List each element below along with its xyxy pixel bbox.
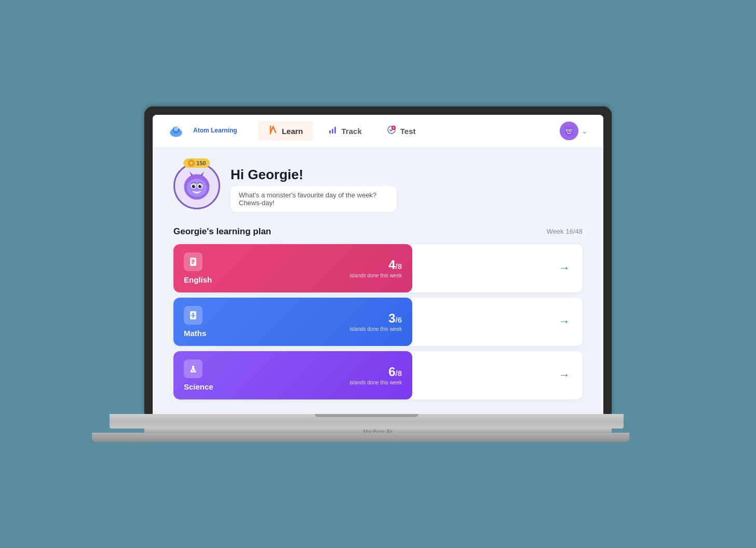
svg-rect-6 bbox=[334, 127, 336, 133]
plan-week: Week 16/48 bbox=[547, 228, 583, 235]
subject-card-science[interactable]: Science 6/8 islands done this week bbox=[173, 351, 583, 399]
subject-card-maths[interactable]: Maths 3/6 islands done this week bbox=[173, 298, 583, 346]
laptop-screen-outer: Atom Learning Learn bbox=[144, 106, 612, 414]
laptop-frame: Atom Learning Learn bbox=[144, 106, 612, 442]
science-arrow-icon[interactable]: → bbox=[559, 368, 570, 382]
laptop-screen-inner: Atom Learning Learn bbox=[153, 115, 603, 414]
svg-point-29 bbox=[193, 313, 194, 314]
chevron-down-icon: ⌄ bbox=[582, 127, 588, 135]
svg-point-16 bbox=[187, 179, 207, 197]
english-total: /8 bbox=[395, 262, 402, 271]
svg-rect-32 bbox=[192, 365, 194, 366]
english-progress: 4/8 islands done this week bbox=[349, 258, 402, 278]
english-name: English bbox=[184, 275, 212, 284]
svg-point-21 bbox=[194, 185, 195, 186]
user-avatar bbox=[173, 163, 220, 209]
tab-learn[interactable]: Learn bbox=[258, 121, 314, 141]
science-progress: 6/8 islands done this week bbox=[349, 365, 402, 385]
coin-icon: ● bbox=[187, 159, 195, 167]
svg-point-3 bbox=[177, 127, 179, 129]
english-icon bbox=[184, 252, 203, 271]
maths-name: Maths bbox=[184, 329, 206, 338]
svg-rect-5 bbox=[332, 129, 333, 133]
science-done: 6 bbox=[388, 365, 395, 379]
maths-arrow-icon[interactable]: → bbox=[559, 315, 570, 328]
svg-rect-25 bbox=[192, 260, 195, 261]
maths-done: 3 bbox=[388, 311, 395, 325]
welcome-title: Hi Georgie! bbox=[231, 167, 397, 183]
logo-text: Atom Learning bbox=[193, 127, 237, 134]
laptop-bottom bbox=[92, 433, 629, 442]
svg-point-19 bbox=[192, 184, 195, 188]
points-value: 150 bbox=[196, 160, 206, 166]
science-icon bbox=[184, 359, 203, 378]
english-colored: English 4/8 islands done this week bbox=[173, 244, 412, 292]
svg-point-33 bbox=[192, 370, 193, 371]
tab-learn-label: Learn bbox=[282, 127, 303, 136]
main-content: ● 150 bbox=[153, 148, 603, 414]
svg-point-20 bbox=[198, 184, 201, 188]
learning-plan-section: Georgie's learning plan Week 16/48 bbox=[173, 226, 583, 399]
maths-icon bbox=[184, 306, 203, 325]
science-arrow-area: → bbox=[412, 351, 583, 399]
laptop-chin: MacBook Air bbox=[144, 429, 612, 433]
plan-header: Georgie's learning plan Week 16/48 bbox=[173, 226, 583, 237]
english-label: islands done this week bbox=[349, 273, 402, 278]
maths-arrow-area: → bbox=[412, 298, 583, 346]
tab-track[interactable]: Track bbox=[318, 121, 372, 141]
svg-point-14 bbox=[570, 130, 571, 131]
svg-point-23 bbox=[194, 191, 200, 193]
science-total: /8 bbox=[395, 369, 402, 378]
nav-avatar bbox=[560, 122, 578, 140]
nav-avatar-area[interactable]: ⌄ bbox=[560, 122, 588, 140]
science-label: islands done this week bbox=[349, 380, 402, 385]
maths-left: Maths bbox=[184, 306, 206, 338]
plan-title: Georgie's learning plan bbox=[173, 226, 271, 237]
svg-rect-26 bbox=[192, 261, 195, 262]
subject-card-english[interactable]: English 4/8 islands done this week bbox=[173, 244, 583, 292]
maths-colored: Maths 3/6 islands done this week bbox=[173, 298, 412, 346]
svg-rect-27 bbox=[192, 263, 194, 264]
track-icon bbox=[328, 125, 338, 137]
avatar-container: ● 150 bbox=[173, 163, 220, 209]
tab-track-label: Track bbox=[342, 127, 362, 136]
logo-area: Atom Learning bbox=[168, 124, 237, 138]
welcome-speech: What's a monster's favourite day of the … bbox=[231, 186, 397, 212]
nav-tabs: Learn Track bbox=[258, 121, 551, 141]
english-left: English bbox=[184, 252, 212, 284]
svg-point-10 bbox=[565, 127, 573, 136]
subject-cards: English 4/8 islands done this week bbox=[173, 244, 583, 399]
science-colored: Science 6/8 islands done this week bbox=[173, 351, 412, 399]
app-container: Atom Learning Learn bbox=[153, 115, 603, 414]
english-arrow-icon[interactable]: → bbox=[559, 261, 570, 275]
svg-point-22 bbox=[200, 185, 201, 186]
laptop-base bbox=[110, 414, 624, 429]
logo-icon bbox=[168, 124, 189, 138]
svg-point-13 bbox=[567, 130, 568, 131]
english-arrow-area: → bbox=[412, 244, 583, 292]
svg-rect-4 bbox=[329, 130, 331, 133]
maths-total: /6 bbox=[395, 315, 402, 324]
maths-progress: 3/6 islands done this week bbox=[349, 311, 402, 332]
learn-icon bbox=[268, 125, 278, 137]
welcome-text: Hi Georgie! What's a monster's favourite… bbox=[231, 163, 397, 212]
points-badge: ● 150 bbox=[183, 158, 210, 168]
navbar: Atom Learning Learn bbox=[153, 115, 603, 148]
maths-label: islands done this week bbox=[349, 326, 402, 332]
tab-test[interactable]: Test bbox=[376, 121, 426, 141]
science-name: Science bbox=[184, 382, 213, 391]
test-icon bbox=[387, 125, 396, 137]
svg-point-31 bbox=[193, 316, 194, 317]
svg-point-34 bbox=[194, 370, 195, 371]
english-done: 4 bbox=[388, 258, 395, 272]
science-left: Science bbox=[184, 359, 213, 391]
welcome-section: ● 150 bbox=[173, 163, 583, 212]
laptop-notch bbox=[315, 414, 419, 417]
svg-rect-30 bbox=[191, 315, 195, 316]
tab-test-label: Test bbox=[400, 127, 416, 136]
